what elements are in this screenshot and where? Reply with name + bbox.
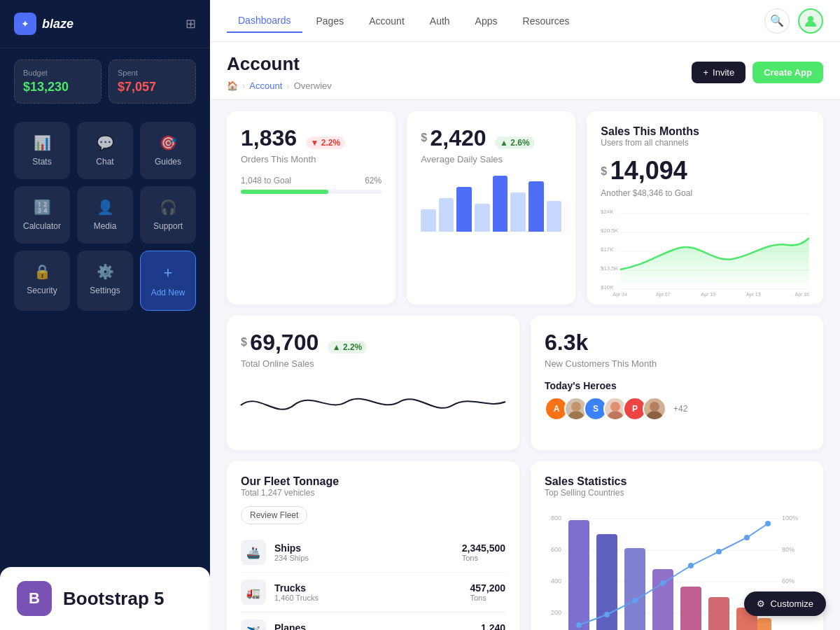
fleet-name: Ships	[274, 542, 309, 554]
sidebar-item-support[interactable]: 🎧 Support	[140, 186, 196, 244]
sidebar-item-security[interactable]: 🔒 Security	[14, 251, 70, 311]
sales-line-chart: $24K $20.5K $17K $13.5K $10K	[601, 206, 809, 290]
sidebar-item-calculator[interactable]: 🔢 Calculator	[14, 186, 70, 244]
svg-rect-39	[680, 587, 701, 630]
hero-avatar	[643, 397, 666, 421]
svg-point-47	[688, 563, 694, 568]
tab-apps[interactable]: Apps	[464, 10, 509, 32]
tab-dashboards[interactable]: Dashboards	[227, 9, 302, 33]
progress-pct: 62%	[365, 176, 382, 186]
progress-section: 1,048 to Goal 62%	[241, 176, 382, 194]
svg-point-19	[610, 402, 620, 412]
sidebar-item-label: Stats	[32, 157, 51, 167]
sidebar-item-label: Media	[94, 221, 117, 231]
orders-value: 1,836	[241, 125, 297, 150]
daily-sales-label: Average Daily Sales	[421, 154, 561, 164]
svg-rect-35	[568, 520, 589, 630]
create-app-button[interactable]: Create App	[752, 62, 823, 83]
sidebar-item-label: Security	[27, 286, 57, 295]
guides-icon: 🎯	[160, 134, 177, 151]
orders-card: 1,836 ▼ 2.2% Orders This Month 1,048 to …	[227, 111, 396, 304]
heroes-label: Today's Heroes	[545, 380, 809, 391]
tab-auth[interactable]: Auth	[419, 10, 461, 32]
svg-text:200: 200	[551, 609, 561, 616]
svg-rect-40	[708, 597, 729, 630]
spent-label: Spent	[118, 69, 187, 77]
sidebar-item-label: Calculator	[23, 221, 61, 231]
sidebar: ✦ blaze ⊞ Budget $13,230 Spent $7,057 📊 …	[0, 0, 210, 630]
svg-text:$20.5K: $20.5K	[601, 227, 619, 234]
hero-count: +42	[673, 404, 687, 414]
tab-account[interactable]: Account	[358, 10, 416, 32]
sales-month-value: 14,094	[610, 156, 687, 185]
progress-bar-fill	[241, 190, 328, 194]
search-button[interactable]: 🔍	[764, 8, 790, 34]
svg-text:Apr 13: Apr 13	[746, 292, 761, 298]
stats-icon: 📊	[34, 134, 51, 151]
budget-value: $13,230	[23, 80, 92, 94]
fleet-title: Our Fleet Tonnage	[241, 475, 505, 488]
svg-point-50	[765, 521, 771, 526]
sidebar-item-add-new[interactable]: + Add New	[140, 251, 196, 311]
invite-label: Invite	[713, 67, 734, 78]
top-nav-right: 🔍	[764, 8, 823, 34]
sidebar-item-chat[interactable]: 💬 Chat	[77, 122, 133, 179]
sidebar-item-stats[interactable]: 📊 Stats	[14, 122, 70, 179]
spent-value: $7,057	[118, 80, 187, 94]
sidebar-item-label: Settings	[90, 286, 120, 295]
sidebar-item-media[interactable]: 👤 Media	[77, 186, 133, 244]
sidebar-header: ✦ blaze ⊞	[0, 0, 210, 48]
svg-text:$24K: $24K	[601, 209, 614, 215]
menu-icon[interactable]: ⊞	[186, 16, 196, 31]
svg-point-17	[571, 402, 581, 412]
heroes-avatars: A S P +42	[545, 397, 809, 421]
bar	[547, 201, 562, 232]
fleet-value: 1,240	[481, 622, 505, 630]
avatar-button[interactable]	[798, 8, 823, 34]
breadcrumb-home[interactable]: 🏠	[227, 80, 238, 91]
svg-text:400: 400	[551, 578, 561, 584]
progress-bar-bg	[241, 190, 382, 194]
online-sales-badge: ▲ 2.2%	[328, 341, 368, 354]
daily-sales-badge: ▲ 2.6%	[495, 136, 535, 149]
stats-row: 1,836 ▼ 2.2% Orders This Month 1,048 to …	[227, 111, 823, 304]
invite-button[interactable]: + Invite	[692, 62, 746, 83]
fleet-sub-label: 234 Ships	[274, 554, 309, 562]
logo-area: ✦ blaze	[14, 13, 74, 35]
wave-chart	[241, 377, 505, 433]
orders-badge: ▼ 2.2%	[306, 136, 346, 149]
sidebar-item-label: Support	[153, 221, 183, 231]
sales-goal-text: Another $48,346 to Goal	[601, 188, 809, 198]
sidebar-item-label: Chat	[96, 157, 113, 167]
fleet-name: Trucks	[274, 582, 318, 594]
breadcrumb-account[interactable]: Account	[249, 80, 282, 91]
tab-pages[interactable]: Pages	[305, 10, 356, 32]
support-icon: 🎧	[160, 199, 177, 216]
ships-icon: 🚢	[241, 540, 266, 565]
review-fleet-button[interactable]: Review Fleet	[241, 506, 307, 524]
security-icon: 🔒	[34, 263, 51, 280]
fleet-sub-label: 1,460 Trucks	[274, 594, 318, 602]
bar	[510, 192, 526, 232]
svg-text:$10K: $10K	[601, 284, 614, 290]
logo-icon: ✦	[14, 13, 36, 35]
sales-month-title: Sales This Months	[601, 125, 809, 138]
bootstrap-label: Bootstrap 5	[63, 588, 164, 610]
budget-section: Budget $13,230 Spent $7,057	[0, 48, 210, 115]
app-name: blaze	[42, 17, 74, 31]
fleet-unit: Tons	[470, 594, 505, 602]
add-new-icon: +	[164, 264, 173, 282]
breadcrumb: 🏠 › Account › Overwiev	[227, 80, 332, 99]
fleet-item: ✈️ Planes 8 Aircrafts 1,240 Tons	[241, 612, 505, 630]
fleet-name: Planes	[274, 622, 309, 630]
svg-point-21	[650, 402, 659, 412]
sales-month-sub: Users from all channels	[601, 138, 809, 148]
customize-button[interactable]: ⚙ Customize	[744, 592, 826, 616]
sidebar-item-settings[interactable]: ⚙️ Settings	[77, 251, 133, 311]
tab-resources[interactable]: Resources	[512, 10, 581, 32]
svg-point-16	[568, 411, 584, 421]
sidebar-bottom: B Bootstrap 5	[0, 567, 210, 630]
svg-point-18	[607, 411, 624, 421]
sidebar-item-guides[interactable]: 🎯 Guides	[140, 122, 196, 179]
page-title: Account	[227, 53, 332, 75]
